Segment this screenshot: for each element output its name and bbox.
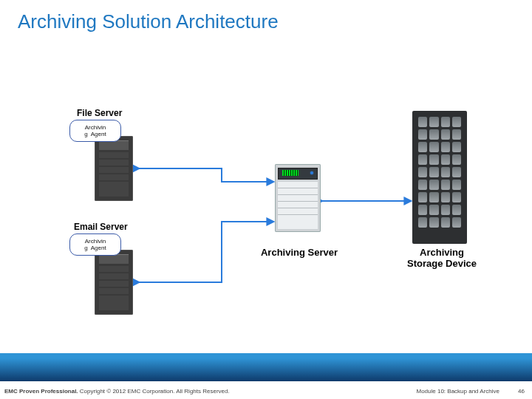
server-display-icon [282,170,299,176]
archiving-server-icon [275,164,321,232]
email-server-label: Email Server [74,222,128,232]
archiving-server-label: Archiving Server [259,247,340,258]
agent-text: Archivin g Agent [84,124,106,137]
slide: Archiving Solution Architecture File Ser… [0,0,532,399]
slide-title: Archiving Solution Architecture [18,10,279,33]
footer-band [0,353,532,381]
file-server-label: File Server [77,108,122,118]
footer-page: 46 [518,388,525,395]
storage-device-label: Archiving Storage Device [405,247,479,269]
file-server-icon [95,136,133,201]
footer-module: Module 10: Backup and Archive [416,388,499,395]
storage-device-icon [412,111,467,244]
email-server-agent-pill: Archivin g Agent [69,233,121,256]
email-server-icon [95,250,133,315]
server-led-icon [310,171,313,174]
footer-left: EMC Proven Professional. Copyright © 201… [4,388,230,395]
agent-text: Archivin g Agent [84,238,106,251]
file-server-agent-pill: Archivin g Agent [69,120,121,142]
